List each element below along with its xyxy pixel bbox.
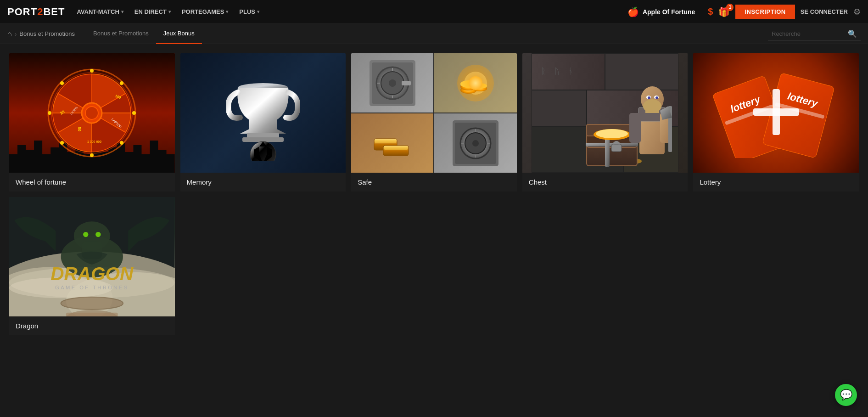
dragon-svg: DRAGON GAME OF THRONES: [9, 197, 175, 316]
safe-combo-svg: [448, 116, 503, 171]
safe-cell-bottom-right: [434, 113, 516, 173]
inscription-button[interactable]: INSCRIPTION: [735, 5, 795, 19]
svg-point-80: [648, 96, 650, 99]
svg-point-8: [90, 153, 94, 157]
svg-rect-77: [645, 101, 659, 113]
safe-cell-top-left: [351, 53, 433, 113]
games-grid-row2: DRAGON GAME OF THRONES Dragon: [9, 197, 859, 335]
chevron-down-icon: ▾: [121, 9, 123, 14]
chevron-down-icon: ▾: [168, 9, 171, 14]
svg-point-6: [132, 111, 136, 115]
game-title-dragon: Dragon: [9, 316, 175, 335]
gift-wrapper[interactable]: 🎁 1: [718, 6, 730, 17]
svg-text:DRAGON: DRAGON: [50, 263, 134, 284]
settings-icon[interactable]: ⚙: [853, 7, 861, 17]
svg-text:GAME OF THRONES: GAME OF THRONES: [55, 285, 129, 290]
safe-cell-top-right: [434, 53, 516, 113]
svg-point-11: [60, 81, 64, 85]
header-right: $ 🎁 1 INSCRIPTION SE CONNECTER ⚙: [708, 5, 861, 19]
svg-rect-31: [402, 81, 411, 85]
game-card-dragon[interactable]: DRAGON GAME OF THRONES Dragon: [9, 197, 175, 335]
game-title-memory: Memory: [180, 173, 346, 192]
game-card-wheel-of-fortune[interactable]: 100 LAPTOP 50 25 1 000 000 TABLET Wheel …: [9, 53, 175, 192]
nav-avant-match[interactable]: AVANT-MATCH ▾: [72, 6, 128, 18]
svg-text:ᚢ: ᚢ: [554, 67, 560, 76]
svg-text:ᚱ: ᚱ: [541, 67, 546, 76]
dollar-icon[interactable]: $: [708, 6, 713, 17]
main-content: 100 LAPTOP 50 25 1 000 000 TABLET Wheel …: [0, 44, 868, 344]
game-thumb-lottery: lottery lottery: [693, 53, 859, 173]
svg-point-5: [120, 81, 123, 85]
logo-text2: BET: [43, 6, 65, 17]
treasure-glow: [469, 76, 482, 90]
home-icon[interactable]: ⌂: [7, 30, 12, 38]
svg-point-3: [85, 107, 98, 119]
svg-point-103: [83, 232, 88, 237]
apple-fortune-link[interactable]: 🍎 Apple Of Fortune: [622, 6, 700, 17]
site-logo[interactable]: PORT2BET: [7, 6, 65, 18]
svg-point-104: [95, 232, 101, 237]
svg-point-102: [61, 297, 123, 310]
search-button[interactable]: 🔍: [848, 29, 857, 38]
svg-point-9: [60, 141, 64, 145]
trophy-svg: [226, 65, 300, 161]
game-card-memory[interactable]: Memory: [180, 53, 346, 192]
game-title-chest: Chest: [522, 173, 688, 192]
game-card-safe[interactable]: Safe: [351, 53, 517, 192]
svg-text:ᚾ: ᚾ: [568, 67, 573, 76]
games-grid-row1: 100 LAPTOP 50 25 1 000 000 TABLET Wheel …: [9, 53, 859, 192]
breadcrumb-parent[interactable]: Bonus et Promotions: [19, 30, 75, 37]
svg-point-4: [90, 69, 94, 73]
connect-button[interactable]: SE CONNECTER: [801, 8, 848, 15]
chat-bubble[interactable]: 💬: [835, 384, 857, 406]
svg-rect-42: [384, 147, 408, 150]
game-title-lottery: Lottery: [693, 173, 859, 192]
game-title-wheel-of-fortune: Wheel of fortune: [9, 173, 175, 192]
game-thumb-chest: ᚱ ᚢ ᚾ: [522, 53, 688, 173]
header: PORT2BET AVANT-MATCH ▾ EN DIRECT ▾ PORTE…: [0, 0, 868, 24]
svg-rect-55: [532, 90, 587, 127]
chevron-down-icon: ▾: [257, 9, 259, 14]
chevron-down-icon: ▾: [226, 9, 228, 14]
game-card-lottery[interactable]: lottery lottery: [693, 53, 859, 192]
gold-bars-svg: [365, 116, 420, 171]
tab-bonus-promotions[interactable]: Bonus et Promotions: [86, 24, 156, 44]
svg-point-10: [48, 111, 51, 115]
svg-rect-69: [611, 144, 622, 152]
chest-visual: ᚱ ᚢ ᚾ: [522, 53, 688, 173]
breadcrumb: ⌂ › Bonus et Promotions: [7, 30, 75, 38]
wheel-svg: 100 LAPTOP 50 25 1 000 000 TABLET: [46, 67, 138, 159]
nav-en-direct[interactable]: EN DIRECT ▾: [130, 6, 175, 18]
breadcrumb-tabs: Bonus et Promotions Jeux Bonus: [86, 24, 202, 44]
chat-icon: 💬: [840, 389, 852, 401]
svg-text:50: 50: [77, 127, 82, 131]
svg-rect-92: [753, 108, 799, 116]
lottery-tickets-svg: lottery lottery: [712, 66, 840, 158]
apple-icon: 🍎: [627, 6, 639, 17]
nav-plus[interactable]: PLUS ▾: [235, 6, 264, 18]
game-thumb-safe: [351, 53, 517, 173]
svg-point-7: [120, 141, 123, 145]
game-card-chest[interactable]: ᚱ ᚢ ᚾ: [522, 53, 688, 192]
svg-text:1 000 000: 1 000 000: [87, 140, 101, 143]
safe-cell-bottom-left: [351, 113, 433, 173]
gift-badge: 1: [726, 4, 734, 11]
svg-point-26: [389, 79, 396, 87]
search-input[interactable]: [772, 30, 845, 37]
game-thumb-wheel: 100 LAPTOP 50 25 1 000 000 TABLET: [9, 53, 175, 173]
nav-portegames[interactable]: PORTEGAMES ▾: [177, 6, 233, 18]
svg-rect-40: [375, 140, 396, 143]
svg-rect-108: [66, 313, 118, 316]
main-nav: AVANT-MATCH ▾ EN DIRECT ▾ PORTEGAMES ▾ P…: [72, 6, 615, 18]
game-thumb-dragon: DRAGON GAME OF THRONES: [9, 197, 175, 316]
chest-scene-svg: ᚱ ᚢ ᚾ: [532, 53, 678, 173]
memory-visual: [180, 53, 346, 173]
tab-jeux-bonus[interactable]: Jeux Bonus: [156, 24, 202, 44]
search-bar: 🔍: [768, 28, 861, 40]
game-title-safe: Safe: [351, 173, 517, 192]
logo-text: PORT: [7, 6, 37, 17]
svg-rect-54: [605, 53, 678, 90]
safe-door-svg: [365, 56, 420, 111]
svg-rect-84: [629, 113, 641, 143]
logo-accent: 2: [37, 6, 43, 17]
